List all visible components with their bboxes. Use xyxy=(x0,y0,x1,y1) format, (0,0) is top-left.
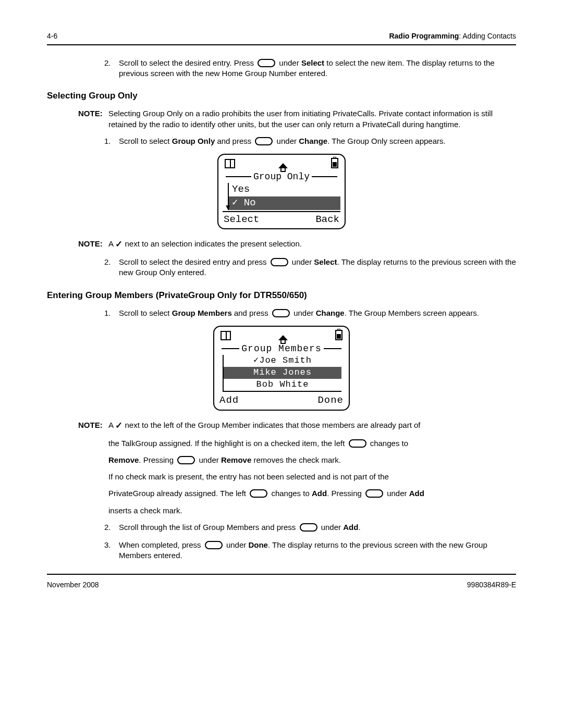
screen-title-row: Group Members xyxy=(219,342,344,355)
softkey-left: Select xyxy=(224,213,259,227)
check-icon: ✓ xyxy=(115,239,123,249)
book-icon xyxy=(225,159,235,168)
footer-docnum: 9980384R89-E xyxy=(467,580,516,590)
book-icon xyxy=(221,331,231,340)
softkey-icon xyxy=(255,137,273,145)
check-icon: ✓ xyxy=(115,421,123,430)
note: NOTE: A ✓ next to an selection indicates… xyxy=(78,239,302,251)
softkey-icon xyxy=(365,489,383,498)
radio-screen-group-only: Group Only Yes ✓ No ▼ Select Back xyxy=(217,154,346,229)
softkey-icon xyxy=(177,456,195,464)
softkey-icon xyxy=(258,59,275,67)
softkey-icon xyxy=(271,258,288,266)
member-item: Bob White xyxy=(224,379,341,391)
status-bar xyxy=(218,330,345,342)
page-header: 4-6 Radio Programming: Adding Contacts xyxy=(47,31,516,41)
list-item: 1. Scroll to select Group Only and press… xyxy=(104,136,446,146)
list-item: 2. Scroll through the list of Group Memb… xyxy=(104,522,361,533)
softkey-icon xyxy=(349,439,366,448)
softkey-right: Back xyxy=(315,213,339,227)
section-heading: Entering Group Members (PrivateGroup Onl… xyxy=(47,290,516,302)
option-yes: Yes xyxy=(229,183,340,196)
member-item-selected: Mike Jones xyxy=(224,367,341,379)
radio-screen-group-members: Group Members ✓Joe Smith Mike Jones Bob … xyxy=(213,326,350,411)
battery-icon xyxy=(335,330,342,340)
screen-title-row: Group Only xyxy=(224,170,339,183)
list-item: 2. Scroll to select the desired entry. P… xyxy=(104,58,516,79)
note-continuation: If no check mark is present, the entry h… xyxy=(108,472,516,482)
softkey-icon xyxy=(272,309,290,317)
page-number: 4-6 xyxy=(47,31,57,41)
home-icon xyxy=(278,335,288,340)
footer-rule xyxy=(47,574,516,575)
screen-title: Group Only xyxy=(253,170,310,183)
note-continuation: the TalkGroup assigned. If the highlight… xyxy=(108,438,516,449)
section-heading: Selecting Group Only xyxy=(47,90,516,102)
home-icon xyxy=(278,163,288,168)
screen-title: Group Members xyxy=(241,342,321,355)
list-item: 1. Scroll to select Group Members and pr… xyxy=(104,308,479,318)
note-continuation: Remove. Pressing under Remove removes th… xyxy=(108,455,516,465)
list-item: 3. When completed, press under Done. The… xyxy=(104,540,516,561)
note-continuation: inserts a check mark. xyxy=(108,505,516,516)
scroll-down-icon: ▼ xyxy=(226,204,230,211)
softkey-icon xyxy=(300,523,317,532)
header-rule xyxy=(47,44,516,45)
softkey-row: Select Back xyxy=(223,212,340,227)
footer-date: November 2008 xyxy=(47,580,99,590)
softkey-icon xyxy=(205,541,223,549)
note: NOTE: A ✓ next to the left of the Group … xyxy=(78,420,421,432)
softkey-row: Add Done xyxy=(218,393,345,408)
member-item: ✓Joe Smith xyxy=(224,355,341,367)
page-footer: November 2008 9980384R89-E xyxy=(47,580,516,590)
note-continuation: PrivateGroup already assigned. The left … xyxy=(108,488,516,499)
battery-icon xyxy=(331,158,338,168)
softkey-icon xyxy=(250,489,267,498)
status-bar xyxy=(223,158,340,170)
softkey-right: Done xyxy=(317,394,344,408)
header-section: Radio Programming: Adding Contacts xyxy=(389,31,516,41)
list-item: 2. Scroll to select the desired entry an… xyxy=(104,257,516,278)
softkey-left: Add xyxy=(219,394,239,408)
option-no: ✓ No xyxy=(229,196,340,210)
note: NOTE: Selecting Group Only on a radio pr… xyxy=(78,108,516,130)
